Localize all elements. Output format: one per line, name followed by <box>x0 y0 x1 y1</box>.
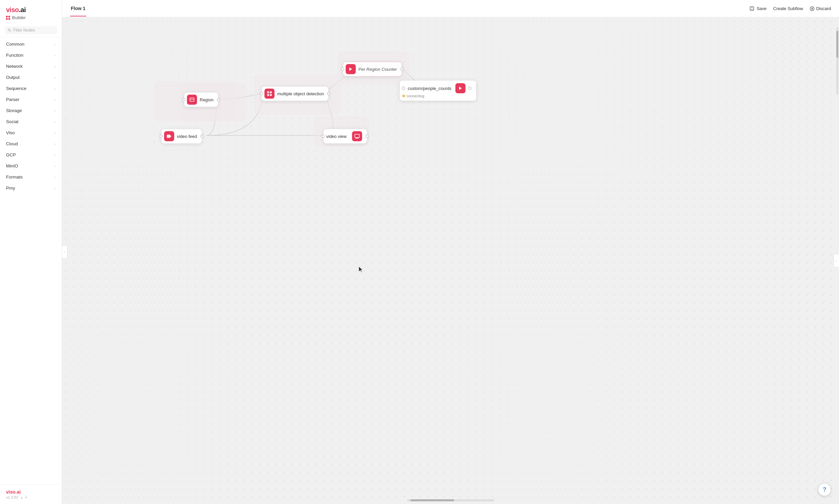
connecting-label: connecting <box>406 94 424 98</box>
sidebar: viso.ai Builder Common›Function›Network›… <box>0 0 62 504</box>
connections-svg <box>62 17 163 68</box>
node-video-feed-port-left[interactable] <box>159 134 163 138</box>
chevron-icon-common: › <box>54 42 56 46</box>
node-custom-people-counts[interactable]: custom/people_counts connecting <box>399 80 477 101</box>
sidebar-item-label-social: Social <box>6 119 18 124</box>
sidebar-item-pmy[interactable]: Pmy› <box>0 182 62 194</box>
right-panel-collapse-button[interactable]: › <box>834 254 839 267</box>
sidebar-item-common[interactable]: Common› <box>0 39 62 50</box>
sidebar-item-label-storage: Storage <box>6 108 22 113</box>
sidebar-item-gcp[interactable]: GCP› <box>0 149 62 160</box>
svg-rect-4 <box>750 9 753 10</box>
node-mod-label: multiple object detection <box>277 91 324 96</box>
sidebar-item-minio[interactable]: MinIO› <box>0 160 62 172</box>
node-video-view[interactable]: video view <box>323 129 367 144</box>
node-prc-port-left[interactable] <box>341 68 344 71</box>
builder-grid-icon <box>6 16 10 20</box>
filter-box <box>0 23 62 37</box>
save-icon <box>749 6 754 11</box>
chevron-icon-sequence: › <box>54 87 56 91</box>
nav-list: Common›Function›Network›Output›Sequence›… <box>0 37 62 484</box>
node-region-icon <box>187 95 197 105</box>
node-prc-label: Per Region Counter <box>358 67 397 72</box>
filter-input-wrap[interactable] <box>5 26 57 34</box>
svg-rect-8 <box>167 134 170 138</box>
canvas-vertical-scrollbar-thumb[interactable] <box>836 31 838 58</box>
sidebar-item-sequence[interactable]: Sequence› <box>0 83 62 94</box>
chevron-icon-parser: › <box>54 98 56 102</box>
sidebar-item-storage[interactable]: Storage› <box>0 105 62 116</box>
search-icon <box>8 28 12 32</box>
chevron-icon-formats: › <box>54 175 56 179</box>
canvas-wrap: video feed Region <box>62 17 839 504</box>
sidebar-item-label-gcp: GCP <box>6 152 16 157</box>
version-down-icon[interactable]: ▼ <box>24 496 28 499</box>
topbar-actions: Save Create Subflow Discard <box>749 6 831 11</box>
help-button[interactable]: ? <box>818 483 831 496</box>
flow-tabs: Flow 1 <box>70 1 86 16</box>
node-prc-icon <box>346 64 356 74</box>
svg-rect-10 <box>190 98 194 101</box>
node-multiple-object-detection[interactable]: multiple object detection <box>262 86 328 101</box>
builder-label: Builder <box>6 15 56 20</box>
node-region-port-right[interactable] <box>217 98 220 101</box>
flow-canvas[interactable]: video feed Region <box>62 17 839 504</box>
node-prc-port-right[interactable] <box>400 68 404 71</box>
chevron-icon-output: › <box>54 75 56 79</box>
sidebar-item-formats[interactable]: Formats› <box>0 172 62 182</box>
node-video-view-port-left[interactable] <box>322 134 325 138</box>
sidebar-item-label-minio: MinIO <box>6 163 18 168</box>
node-cpc-port-left[interactable] <box>402 87 405 90</box>
node-mod-port-right[interactable] <box>327 92 330 95</box>
sidebar-item-viso[interactable]: Viso› <box>0 127 62 138</box>
sidebar-item-label-pmy: Pmy <box>6 185 15 191</box>
logo: viso.ai <box>6 6 56 14</box>
node-region-port-left[interactable] <box>182 98 185 101</box>
version-arrows[interactable]: ▲ ▼ <box>20 496 28 499</box>
chevron-icon-minio: › <box>54 164 56 168</box>
sidebar-item-cloud[interactable]: Cloud› <box>0 138 62 149</box>
node-region[interactable]: Region <box>184 92 218 107</box>
node-per-region-counter[interactable]: Per Region Counter <box>343 62 402 76</box>
node-video-view-label: video view <box>326 134 347 139</box>
svg-marker-20 <box>459 87 462 90</box>
svg-rect-13 <box>270 91 272 93</box>
sidebar-item-label-common: Common <box>6 42 24 47</box>
discard-icon <box>810 6 815 11</box>
svg-marker-9 <box>170 135 172 137</box>
node-cpc-icon <box>456 83 465 93</box>
connecting-dot <box>403 95 405 97</box>
chevron-icon-storage: › <box>54 109 56 113</box>
svg-rect-15 <box>270 94 272 96</box>
filter-nodes-input[interactable] <box>14 28 54 33</box>
footer-logo: viso.ai <box>6 489 56 494</box>
node-mod-port-left[interactable] <box>260 92 263 95</box>
footer-version: v1.3.82 ▲ ▼ <box>6 495 56 499</box>
node-video-view-port-right[interactable] <box>365 134 369 138</box>
sidebar-item-output[interactable]: Output› <box>0 72 62 83</box>
node-cpc-port-right[interactable] <box>468 87 471 90</box>
sidebar-item-social[interactable]: Social› <box>0 116 62 127</box>
svg-marker-19 <box>350 68 352 71</box>
node-cpc-label: custom/people_counts <box>408 86 451 91</box>
flow-tab-flow1[interactable]: Flow 1 <box>70 1 86 16</box>
sidebar-item-label-sequence: Sequence <box>6 86 26 91</box>
sidebar-item-network[interactable]: Network› <box>0 61 62 72</box>
discard-button[interactable]: Discard <box>810 6 831 11</box>
sidebar-collapse-button[interactable]: ‹ <box>62 245 68 259</box>
save-button[interactable]: Save <box>749 6 767 11</box>
help-icon: ? <box>823 486 826 493</box>
create-subflow-button[interactable]: Create Subflow <box>773 6 803 11</box>
canvas-vertical-scrollbar[interactable] <box>836 28 838 95</box>
canvas-horizontal-scrollbar[interactable] <box>407 499 494 501</box>
sidebar-item-function[interactable]: Function› <box>0 50 62 61</box>
sidebar-header: viso.ai Builder <box>0 0 62 23</box>
sidebar-item-parser[interactable]: Parser› <box>0 94 62 105</box>
version-up-icon[interactable]: ▲ <box>20 496 23 499</box>
node-video-feed[interactable]: video feed <box>161 129 202 144</box>
topbar: Flow 1 Save Create Subflow Discard <box>62 0 839 17</box>
canvas-horizontal-scrollbar-thumb[interactable] <box>410 499 454 501</box>
svg-rect-14 <box>267 94 269 96</box>
connecting-badge: connecting <box>403 94 424 98</box>
node-video-feed-port-right[interactable] <box>200 134 204 138</box>
